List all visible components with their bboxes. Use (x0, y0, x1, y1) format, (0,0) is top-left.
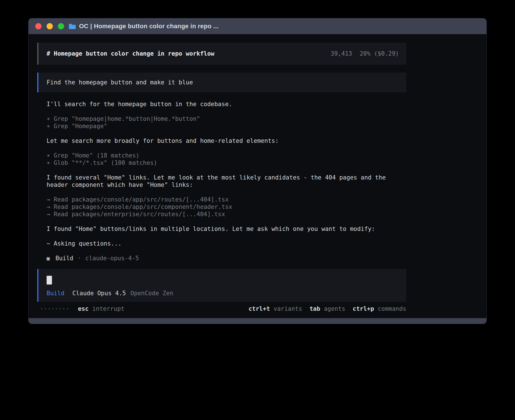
hint-variants-key: ctrl+t (248, 305, 270, 312)
tool-call-grep-3: ∗ Grep "Home" (18 matches) (37, 152, 406, 159)
assistant-text-broaden: Let me search more broadly for buttons a… (37, 137, 406, 145)
prompt-input[interactable]: Build Claude Opus 4.5 OpenCode Zen (37, 269, 406, 302)
agent-square-icon: ▣ (47, 255, 50, 262)
session-header: # Homepage button color change in repo w… (37, 43, 406, 65)
agent-name: Build (55, 255, 73, 262)
window-title: OC | Homepage button color change in rep… (79, 23, 219, 30)
hint-variants-label: variants (274, 305, 302, 312)
user-message-text: Find the homepage button and make it blu… (47, 79, 193, 86)
folder-icon (69, 23, 76, 29)
terminal-window: OC | Homepage button color change in rep… (28, 18, 487, 324)
text-cursor (47, 276, 52, 285)
hint-commands-label: commands (378, 305, 406, 312)
user-message: Find the homepage button and make it blu… (37, 73, 406, 92)
session-stats: 39,413 20% ($0.29) (331, 50, 399, 57)
prompt-model: Claude Opus 4.5 (72, 290, 126, 297)
assistant-text-found: I found "Home" buttons/links in multiple… (37, 225, 406, 233)
minimize-button[interactable] (47, 23, 53, 29)
hint-interrupt-key: esc (78, 305, 89, 312)
assistant-text-candidates: I found several "Home" links. Let me loo… (37, 174, 406, 189)
hint-interrupt: esc interrupt (78, 305, 125, 312)
terminal-content: # Homepage button color change in repo w… (29, 34, 486, 318)
status-bar-right: ctrl+t variants tab agents ctrl+p comman… (248, 305, 406, 312)
status-bar: esc interrupt ctrl+t variants tab agents (37, 305, 406, 312)
prompt-status-row: Build Claude Opus 4.5 OpenCode Zen (47, 290, 399, 297)
agent-model: claude-opus-4-5 (85, 255, 139, 262)
tool-call-grep-2: ∗ Grep "Homepage" (37, 123, 406, 130)
hint-agents-label: agents (324, 305, 345, 312)
hint-commands: ctrl+p commands (353, 305, 406, 312)
hint-commands-key: ctrl+p (353, 305, 374, 312)
prompt-mode: Build (47, 290, 64, 297)
token-count: 39,413 (331, 50, 352, 57)
hint-agents-key: tab (309, 305, 320, 312)
close-button[interactable] (35, 23, 42, 29)
spinner-dots-icon (41, 308, 68, 309)
agent-status-row: ▣ Build · claude-opus-4-5 (37, 255, 406, 262)
tool-call-read-1: → Read packages/console/app/src/routes/[… (37, 196, 406, 203)
traffic-lights (35, 23, 64, 29)
hint-agents: tab agents (309, 305, 345, 312)
tool-call-read-2: → Read packages/console/app/src/componen… (37, 203, 406, 211)
session-title: # Homepage button color change in repo w… (47, 50, 214, 57)
titlebar[interactable]: OC | Homepage button color change in rep… (29, 18, 486, 34)
assistant-text-intro: I'll search for the homepage button in t… (37, 100, 406, 108)
agent-separator: · (78, 255, 81, 262)
tool-call-grep-1: ∗ Grep "homepage|home.*button|Home.*butt… (37, 115, 406, 123)
tool-call-glob-1: ∗ Glob "**/*.tsx" (100 matches) (37, 159, 406, 167)
tool-call-read-3: → Read packages/enterprise/src/routes/[.… (37, 211, 406, 218)
prompt-provider: OpenCode Zen (130, 290, 173, 297)
tui-column: # Homepage button color change in repo w… (37, 43, 406, 312)
assistant-status-asking: ~ Asking questions... (37, 240, 406, 247)
hint-interrupt-label: interrupt (92, 305, 125, 312)
zoom-button[interactable] (58, 23, 64, 29)
hint-variants: ctrl+t variants (248, 305, 302, 312)
context-usage: 20% ($0.29) (360, 50, 399, 57)
